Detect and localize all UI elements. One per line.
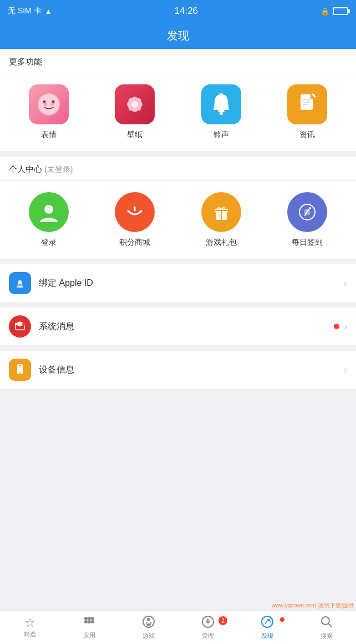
nav-bar: 发现 <box>0 22 356 49</box>
emoji-icon <box>29 84 69 124</box>
ringtone-label: 铃声 <box>213 130 229 140</box>
svg-point-1 <box>39 94 59 114</box>
games-label: 游戏 <box>143 632 155 640</box>
feature-news[interactable]: 资讯 <box>285 84 329 140</box>
svg-point-32 <box>18 280 22 284</box>
message-label: 系统消息 <box>39 321 334 333</box>
personal-center-section: 个人中心 (未登录) 登录 <box>0 157 356 259</box>
feature-emoji[interactable]: 表情 <box>27 84 71 140</box>
svg-point-35 <box>19 373 21 374</box>
more-features-grid: 表情 壁纸 <box>0 73 356 151</box>
lock-icon: 🔒 <box>321 7 329 16</box>
svg-point-40 <box>84 620 88 623</box>
status-right: 🔒 <box>321 7 348 16</box>
manage-label: 管理 <box>202 632 214 640</box>
wallpaper-label: 壁纸 <box>127 130 143 140</box>
device-icon <box>9 359 31 381</box>
more-features-header: 更多功能 <box>0 49 356 73</box>
wallpaper-icon <box>115 84 155 124</box>
list-item-message[interactable]: 系统消息 › <box>0 308 356 345</box>
discover-label: 发现 <box>261 632 273 640</box>
checkin-icon <box>287 192 327 232</box>
status-left: 无 SIM 卡 ▲ <box>8 6 52 16</box>
svg-point-41 <box>88 620 91 623</box>
personal-checkin[interactable]: 每日签到 <box>285 192 329 248</box>
mall-label: 积分商城 <box>119 238 150 248</box>
svg-rect-15 <box>220 93 223 95</box>
manage-badge: 2 <box>218 616 227 625</box>
tab-featured[interactable]: ☆ 精选 <box>0 617 59 638</box>
discover-red-dot <box>280 617 284 622</box>
svg-point-37 <box>84 617 88 620</box>
personal-center-header: 个人中心 (未登录) <box>0 157 356 181</box>
device-label: 设备信息 <box>39 364 344 376</box>
svg-point-47 <box>150 622 151 624</box>
tab-search[interactable]: 搜索 <box>297 615 356 640</box>
message-right: › <box>334 321 347 333</box>
apps-label: 应用 <box>83 631 95 640</box>
sim-text: 无 SIM 卡 <box>8 6 42 16</box>
svg-point-45 <box>146 623 151 626</box>
news-label: 资讯 <box>299 130 315 140</box>
list-item-device[interactable]: 设备信息 › <box>0 351 356 389</box>
svg-point-12 <box>131 101 138 108</box>
svg-point-29 <box>309 207 311 209</box>
personal-gift[interactable]: 游戏礼包 <box>199 192 243 248</box>
svg-point-22 <box>44 205 53 214</box>
gift-label: 游戏礼包 <box>206 238 237 248</box>
svg-point-44 <box>147 618 150 621</box>
device-info-section: 设备信息 › <box>0 351 356 389</box>
search-icon <box>320 615 333 631</box>
svg-point-46 <box>145 622 147 624</box>
tab-apps[interactable]: 应用 <box>59 616 119 640</box>
svg-point-38 <box>88 617 91 620</box>
news-icon <box>287 84 327 124</box>
emoji-label: 表情 <box>41 130 57 140</box>
nav-title: 发现 <box>167 28 189 43</box>
content-area: 更多功能 表情 <box>0 49 356 611</box>
tab-discover[interactable]: 发现 <box>237 615 297 640</box>
login-icon <box>29 192 69 232</box>
login-label: 登录 <box>41 238 57 248</box>
list-item-appleid[interactable]: A 绑定 Apple ID › <box>0 264 356 302</box>
checkin-label: 每日签到 <box>292 238 323 248</box>
svg-point-51 <box>268 619 270 621</box>
games-icon <box>142 615 155 631</box>
message-icon <box>9 315 31 338</box>
feature-wallpaper[interactable]: 壁纸 <box>113 84 157 140</box>
svg-point-4 <box>43 100 45 103</box>
svg-line-53 <box>328 623 332 627</box>
message-red-dot <box>334 324 339 329</box>
appleid-right: › <box>344 278 347 289</box>
tab-bar: ☆ 精选 应用 游戏 <box>0 611 356 644</box>
more-features-section: 更多功能 表情 <box>0 49 356 151</box>
appleid-label: 绑定 Apple ID <box>39 278 344 289</box>
discover-icon <box>261 615 274 631</box>
tab-manage[interactable]: 2 管理 <box>178 615 237 640</box>
ringtone-icon <box>201 84 241 124</box>
svg-point-6 <box>44 103 47 106</box>
battery-icon <box>333 7 348 15</box>
status-time: 14:26 <box>175 6 199 17</box>
search-label: 搜索 <box>321 632 333 640</box>
device-chevron: › <box>344 364 347 376</box>
svg-point-50 <box>262 616 273 627</box>
svg-point-33 <box>22 323 26 326</box>
svg-rect-36 <box>19 365 21 366</box>
svg-point-14 <box>220 112 223 115</box>
featured-label: 精选 <box>24 630 36 638</box>
manage-icon <box>201 615 215 631</box>
message-chevron: › <box>344 321 347 333</box>
appleid-chevron: › <box>344 278 347 289</box>
personal-mall[interactable]: 积分商城 <box>113 192 157 248</box>
appleid-icon: A <box>9 272 31 294</box>
personal-login[interactable]: 登录 <box>27 192 71 248</box>
list-section: A 绑定 Apple ID › <box>0 264 356 302</box>
gift-icon <box>201 192 241 232</box>
system-message-section: 系统消息 › <box>0 308 356 345</box>
device-right: › <box>344 364 347 376</box>
feature-ringtone[interactable]: 铃声 <box>199 84 243 140</box>
tab-games[interactable]: 游戏 <box>119 615 178 640</box>
svg-point-7 <box>50 103 54 106</box>
watermark: www.yqdown.com [友情下载]提供 <box>272 602 354 610</box>
